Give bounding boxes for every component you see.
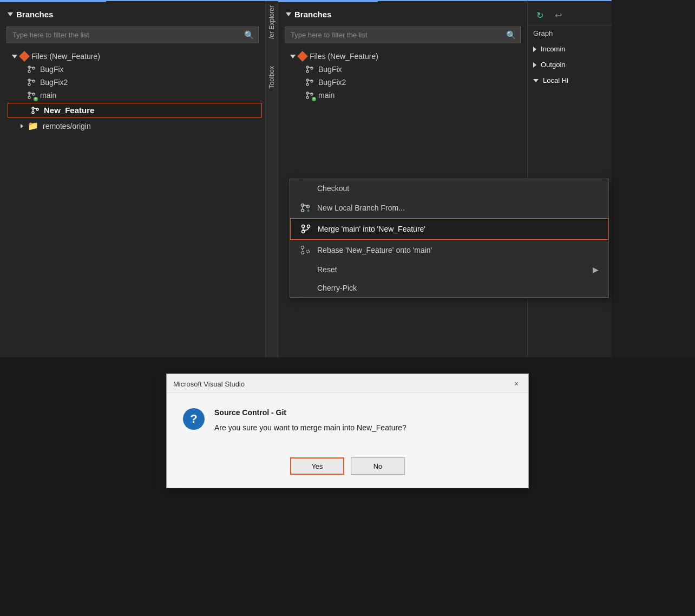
question-icon: ?	[183, 408, 205, 430]
svg-point-9	[28, 96, 30, 99]
right-main-label: main	[318, 91, 335, 100]
svg-point-33	[302, 225, 305, 228]
side-tab-panel: /er Explorer Toolbox	[265, 0, 278, 357]
ctx-new-branch[interactable]: + New Local Branch From...	[290, 198, 608, 218]
right-files-header[interactable]: Files (New_Feature)	[283, 50, 527, 63]
svg-point-37	[301, 252, 304, 254]
toolbox-tab-label[interactable]: Toolbox	[268, 66, 276, 88]
incoming-label: Incomin	[541, 45, 566, 53]
ctx-reset[interactable]: Reset ▶	[290, 260, 608, 279]
left-panel-title-text: Branches	[16, 10, 53, 19]
right-main-icon-wrap: +	[305, 91, 314, 100]
left-files-label: Files (New_Feature)	[31, 52, 100, 61]
dialog-message: Are you sure you want to merge main into…	[214, 422, 512, 434]
ctx-reset-arrow-icon: ▶	[593, 265, 599, 274]
local-history-section[interactable]: Local Hi	[528, 73, 612, 88]
left-branch-main[interactable]: + main	[4, 89, 265, 102]
dialog-body: ? Source Control - Git Are you sure you …	[167, 393, 528, 447]
right-bugfix2-label: BugFix2	[318, 78, 346, 87]
ctx-new-branch-icon: +	[300, 202, 311, 213]
ctx-cherry-pick[interactable]: Cherry-Pick	[290, 279, 608, 297]
left-remotes-origin[interactable]: 📁 remotes/origin	[4, 119, 265, 133]
remote-folder-icon: 📁	[28, 121, 38, 131]
svg-point-34	[307, 225, 310, 228]
svg-point-17	[306, 70, 309, 73]
right-bugfix-label: BugFix	[318, 65, 342, 74]
left-panel-title: Branches	[0, 5, 265, 24]
left-search-icon: 🔍	[244, 30, 254, 40]
collapse-triangle-icon[interactable]	[8, 12, 13, 16]
back-button[interactable]: ↩	[550, 8, 566, 23]
svg-point-29	[301, 209, 304, 212]
ctx-merge-label: Merge 'main' into 'New_Feature'	[318, 225, 425, 233]
ctx-reset-label: Reset	[317, 265, 337, 274]
svg-point-1	[28, 70, 30, 73]
ctx-checkout[interactable]: Checkout	[290, 179, 608, 198]
ctx-new-branch-label: New Local Branch From...	[317, 204, 405, 212]
svg-point-39	[307, 250, 310, 253]
dialog-overlay: Microsoft Visual Studio × ? Source Contr…	[0, 357, 695, 616]
branch-icon	[27, 78, 36, 87]
dialog-content: Source Control - Git Are you sure you wa…	[214, 408, 512, 434]
left-branch-new-feature-selected[interactable]: New_Feature	[8, 103, 262, 117]
explorer-tab-label[interactable]: /er Explorer	[268, 5, 276, 39]
outgoing-label: Outgoin	[541, 61, 566, 69]
left-filter-input[interactable]	[6, 27, 259, 43]
graph-label: Graph	[533, 29, 553, 37]
local-history-arrow-icon	[533, 79, 539, 82]
left-files-header[interactable]: Files (New_Feature)	[4, 50, 265, 63]
yes-button[interactable]: Yes	[290, 457, 344, 475]
svg-point-13	[32, 112, 34, 114]
svg-point-21	[306, 83, 309, 86]
left-bugfix-label: BugFix	[40, 65, 64, 74]
dialog-title: Microsoft Visual Studio	[173, 380, 245, 388]
outgoing-arrow-icon	[533, 62, 536, 68]
dialog-heading: Source Control - Git	[214, 408, 512, 417]
left-bugfix2-label: BugFix2	[40, 78, 68, 87]
right-filter-input[interactable]	[285, 27, 521, 43]
ctx-rebase[interactable]: Rebase 'New_Feature' onto 'main'	[290, 240, 608, 260]
left-tree: Files (New_Feature) BugFix	[0, 50, 265, 133]
dialog-icon-row: ? Source Control - Git Are you sure you …	[183, 408, 512, 434]
right-search-icon: 🔍	[506, 30, 516, 40]
right-files-diamond-icon	[297, 51, 308, 62]
ctx-rebase-icon	[300, 245, 311, 255]
files-diamond-icon	[19, 51, 30, 62]
refresh-button[interactable]: ↻	[532, 8, 547, 23]
left-branches-panel: Branches 🔍 Files (New_Feature)	[0, 0, 265, 357]
outgoing-section[interactable]: Outgoin	[528, 57, 612, 73]
ctx-checkout-label: Checkout	[317, 184, 349, 193]
svg-point-5	[28, 83, 30, 86]
svg-point-25	[306, 96, 309, 99]
dialog-titlebar: Microsoft Visual Studio ×	[167, 374, 528, 393]
graph-label-item[interactable]: Graph	[528, 25, 612, 41]
left-branch-bugfix[interactable]: BugFix	[4, 63, 265, 76]
ctx-merge[interactable]: Merge 'main' into 'New_Feature'	[290, 218, 608, 240]
far-right-toolbar: ↻ ↩	[528, 5, 612, 25]
right-tree: Files (New_Feature) BugFix	[278, 50, 527, 102]
files-collapse-icon	[12, 55, 17, 58]
right-collapse-icon[interactable]	[286, 12, 291, 16]
incoming-section[interactable]: Incomin	[528, 41, 612, 57]
ctx-merge-icon	[300, 224, 311, 234]
right-panel-title-text: Branches	[294, 10, 331, 19]
ctx-cherry-pick-label: Cherry-Pick	[317, 284, 357, 292]
left-remotes-label: remotes/origin	[43, 122, 91, 130]
right-panel-title: Branches	[278, 5, 527, 24]
main-branch-icon-wrap: +	[27, 91, 36, 100]
new-feature-branch-icon	[31, 106, 40, 115]
dialog-close-button[interactable]: ×	[511, 378, 522, 389]
right-files-label: Files (New_Feature)	[310, 52, 378, 61]
context-menu: Checkout + New Local Branch From... Merg…	[290, 179, 609, 298]
no-button[interactable]: No	[351, 457, 405, 475]
left-filter-wrap: 🔍	[6, 27, 259, 43]
dialog-buttons: Yes No	[167, 447, 528, 488]
right-branch-bugfix2[interactable]: BugFix2	[283, 76, 527, 89]
right-branch-main[interactable]: + main	[283, 89, 527, 102]
left-new-feature-label: New_Feature	[44, 106, 94, 115]
left-branch-bugfix2[interactable]: BugFix2	[4, 76, 265, 89]
dialog-box: Microsoft Visual Studio × ? Source Contr…	[166, 373, 529, 488]
left-main-label: main	[40, 91, 56, 100]
local-history-label: Local Hi	[543, 76, 568, 84]
right-branch-bugfix[interactable]: BugFix	[283, 63, 527, 76]
